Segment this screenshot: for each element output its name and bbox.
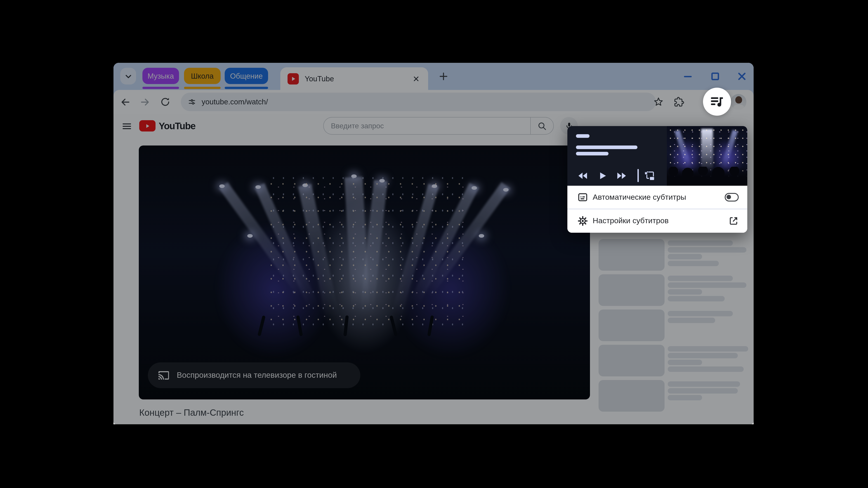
- reload-button[interactable]: [160, 96, 170, 107]
- skeleton-thumbnail: [598, 310, 664, 341]
- media-playlist-music-icon: [709, 94, 725, 109]
- skeleton-text-line: [668, 395, 702, 400]
- chevron-down-icon: [124, 72, 133, 80]
- skeleton-text-line: [668, 346, 748, 352]
- window-close-button[interactable]: [736, 70, 748, 82]
- tab-strip: Музыка Школа Общение YouTube: [114, 63, 754, 90]
- spotlight: [255, 185, 261, 189]
- suggestion-skeleton-item: [598, 239, 748, 271]
- youtube-favicon-icon: [287, 73, 299, 84]
- tab-group-chat[interactable]: Общение: [225, 68, 268, 84]
- spotlight: [471, 186, 477, 190]
- bookmark-star-button[interactable]: [653, 96, 664, 107]
- toolbar-actions: [653, 90, 746, 114]
- previous-track-button[interactable]: [577, 170, 588, 181]
- skeleton-text-line: [668, 240, 733, 246]
- tab-group-school[interactable]: Школа: [184, 68, 221, 84]
- youtube-logo[interactable]: YouTube: [139, 120, 195, 131]
- skeleton-text-line: [668, 254, 702, 259]
- skeleton-text-line: [668, 318, 715, 323]
- media-controls-button[interactable]: [703, 88, 731, 116]
- skeleton-text-line: [668, 366, 744, 372]
- caption-settings-row[interactable]: Настройки субтитров: [567, 209, 747, 233]
- fast-forward-button[interactable]: [616, 170, 627, 181]
- media-controls-popup: Автоматические субтитры Настройки субтит…: [567, 126, 747, 233]
- picture-in-picture-icon: [643, 170, 655, 182]
- suggestion-skeleton-item: [598, 345, 748, 377]
- window-minimize-button[interactable]: [682, 70, 694, 82]
- tab-group-label: Общение: [230, 72, 263, 80]
- plus-icon: [438, 71, 448, 81]
- suggestion-skeleton-item: [598, 274, 748, 306]
- back-button[interactable]: [120, 96, 131, 107]
- skeleton-text-line: [668, 388, 738, 394]
- thumb-crowd: [667, 167, 747, 186]
- suggestion-skeleton-item: [598, 310, 748, 341]
- media-session-card: [567, 126, 747, 186]
- skeleton-text-line: [668, 247, 746, 253]
- skeleton-thumbnail: [598, 274, 664, 306]
- menu-button[interactable]: [121, 120, 132, 132]
- skeleton-text-line: [668, 296, 725, 301]
- skeleton-text-line: [668, 353, 738, 358]
- tab-group-underline: [225, 87, 268, 89]
- reload-icon: [160, 97, 170, 107]
- cast-status-overlay: Воспроизводится на телевизоре в гостиной: [148, 362, 360, 388]
- search-input[interactable]: [323, 117, 530, 135]
- close-icon: [736, 70, 747, 82]
- media-thumbnail: [667, 126, 747, 186]
- spotlight: [479, 234, 484, 238]
- skeleton-text-line: [668, 360, 702, 365]
- tab-close-icon[interactable]: [411, 74, 421, 84]
- skeleton-text-line: [668, 261, 719, 266]
- youtube-play-icon: [139, 120, 156, 131]
- skeleton-text-line: [668, 275, 733, 281]
- controls-divider: [638, 169, 639, 182]
- forward-arrow-icon: [140, 96, 151, 107]
- video-player[interactable]: Воспроизводится на телевизоре в гостиной: [139, 145, 590, 399]
- picture-in-picture-button[interactable]: [643, 170, 655, 181]
- tab-group-label: Школа: [191, 72, 214, 80]
- search-button[interactable]: [530, 117, 554, 135]
- auto-captions-toggle[interactable]: [725, 193, 739, 201]
- confetti: [266, 177, 464, 326]
- spotlight: [219, 184, 225, 188]
- new-tab-button[interactable]: [435, 68, 451, 84]
- suggestion-skeleton-item: [598, 380, 748, 412]
- back-arrow-icon: [120, 96, 131, 107]
- rewind-icon: [577, 170, 588, 181]
- skeleton-text-line: [668, 283, 746, 288]
- auto-captions-row[interactable]: Автоматические субтитры: [567, 186, 747, 209]
- address-bar[interactable]: youtube.com/watch/: [181, 93, 656, 111]
- url-text: youtube.com/watch/: [202, 98, 268, 106]
- minimize-icon: [682, 70, 694, 82]
- tab-group-label: Музыка: [148, 72, 174, 80]
- tab-group-underline: [143, 87, 179, 89]
- hamburger-icon: [121, 121, 132, 132]
- tab-title: YouTube: [305, 74, 334, 83]
- window-maximize-button[interactable]: [709, 70, 721, 82]
- tab-youtube[interactable]: YouTube: [280, 67, 428, 90]
- tab-group-underline: [184, 87, 221, 89]
- forward-button[interactable]: [140, 96, 151, 107]
- play-button[interactable]: [597, 170, 608, 181]
- puzzle-icon: [674, 96, 684, 107]
- tab-search-button[interactable]: [120, 68, 136, 85]
- spotlight: [503, 188, 508, 192]
- profile-avatar[interactable]: [731, 94, 746, 110]
- skeleton-text-line: [668, 289, 702, 295]
- tab-group-music[interactable]: Музыка: [143, 68, 179, 84]
- site-settings-icon: [187, 97, 197, 107]
- toggle-knob: [726, 195, 731, 199]
- skeleton-thumbnail: [598, 239, 664, 271]
- open-in-new-icon[interactable]: [728, 216, 739, 226]
- desktop-screen: Музыка Школа Общение YouTube: [0, 0, 868, 488]
- extensions-button[interactable]: [674, 96, 684, 107]
- play-icon: [598, 171, 608, 181]
- popup-skeleton-bar: [576, 152, 609, 156]
- popup-skeleton-bar: [576, 134, 590, 138]
- skeleton-thumbnail: [598, 380, 664, 412]
- skeleton-text-line: [668, 311, 733, 316]
- skeleton-text-line: [668, 381, 740, 387]
- spotlight: [247, 234, 253, 238]
